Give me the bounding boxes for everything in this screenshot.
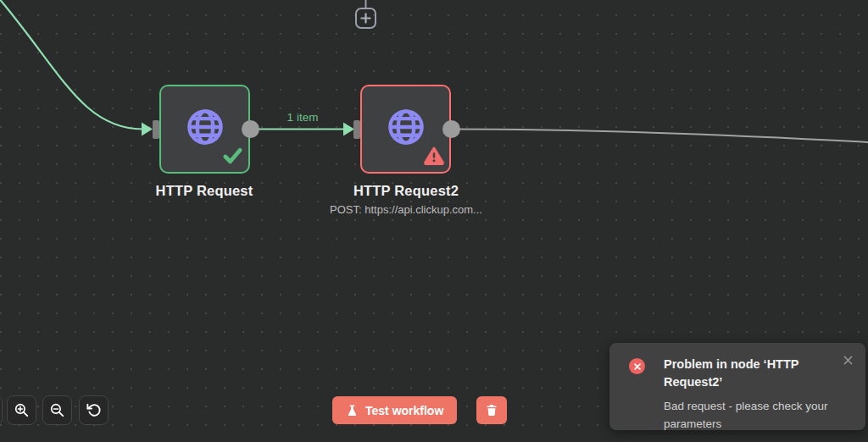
zoom-to-fit-button[interactable] [0,395,3,425]
plus-icon [360,13,371,24]
add-node-endpoint[interactable] [355,8,376,29]
node-http-request2[interactable] [360,85,451,174]
close-icon [843,355,854,366]
node2-subtitle: POST: https://api.clickup.com... [321,203,491,216]
incoming-connection-arrow [142,123,153,136]
flask-icon [346,404,359,417]
node1-output-port[interactable] [242,120,259,138]
error-circle-icon [629,358,645,374]
workflow-action-bar: Test workflow [332,396,507,424]
toast-close-button[interactable] [843,355,854,366]
toast-title: Problem in node ‘HTTP Request2’ [664,356,815,391]
trash-icon [485,403,498,417]
node2-label: HTTP Request2 POST: https://api.clickup.… [321,183,491,216]
error-toast: Problem in node ‘HTTP Request2’ Bad requ… [609,343,865,430]
node2-title: HTTP Request2 [321,183,491,199]
zoom-in-icon [14,402,30,418]
delete-button[interactable] [476,396,507,424]
zoom-in-button[interactable] [7,395,36,425]
reset-zoom-button[interactable] [79,395,108,425]
workflow-canvas[interactable]: 1 item HTTP Request [0,0,868,442]
node2-output-port[interactable] [442,120,460,138]
node-http-request[interactable] [159,85,250,174]
success-check-icon [222,146,243,169]
globe-icon [185,107,225,150]
test-workflow-button[interactable]: Test workflow [332,396,457,424]
zoom-out-icon [49,402,65,418]
globe-icon [386,107,426,150]
connection-items-label: 1 item [287,111,319,124]
toast-message: Bad request - please check your paramete… [664,398,843,434]
node1-input-port[interactable] [153,120,159,139]
node1-title: HTTP Request [120,183,289,199]
zoom-out-button[interactable] [42,395,72,425]
reset-zoom-icon [86,402,102,418]
test-workflow-label: Test workflow [365,404,443,417]
node2-input-port[interactable] [353,120,360,139]
toast-body: Problem in node ‘HTTP Request2’ Bad requ… [653,356,852,434]
outgoing-connection-line [452,130,868,143]
warning-triangle-icon[interactable] [424,146,444,169]
node1-label: HTTP Request [120,183,289,199]
incoming-connection-line [0,0,142,130]
